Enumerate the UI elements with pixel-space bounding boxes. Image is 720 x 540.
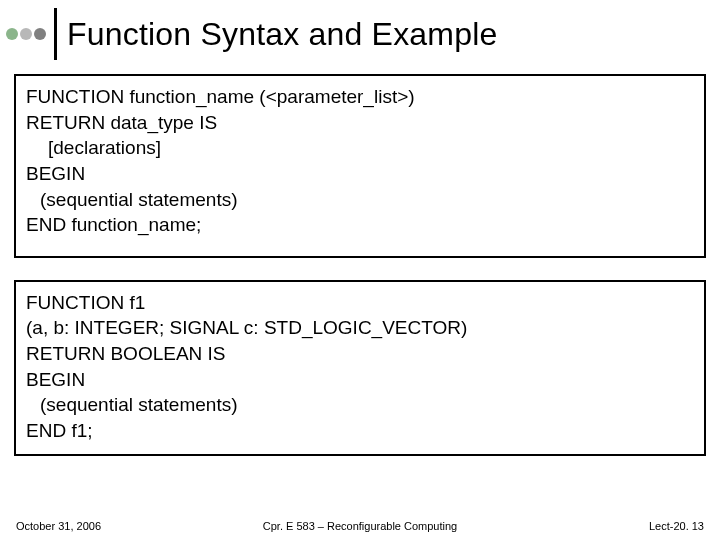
- code-line: FUNCTION f1: [26, 290, 694, 316]
- dot-icon: [20, 28, 32, 40]
- code-line: END function_name;: [26, 212, 694, 238]
- title-divider: [54, 8, 57, 60]
- code-line: END f1;: [26, 418, 694, 444]
- decorative-dots: [0, 28, 46, 40]
- footer: October 31, 2006 Cpr. E 583 – Reconfigur…: [0, 520, 720, 532]
- example-box: FUNCTION f1 (a, b: INTEGER; SIGNAL c: ST…: [14, 280, 706, 456]
- dot-icon: [34, 28, 46, 40]
- code-line: BEGIN: [26, 367, 694, 393]
- page-title: Function Syntax and Example: [67, 16, 498, 53]
- footer-date: October 31, 2006: [16, 520, 101, 532]
- code-line: BEGIN: [26, 161, 694, 187]
- code-line: (a, b: INTEGER; SIGNAL c: STD_LOGIC_VECT…: [26, 315, 694, 341]
- syntax-box: FUNCTION function_name (<parameter_list>…: [14, 74, 706, 258]
- code-line: FUNCTION function_name (<parameter_list>…: [26, 84, 694, 110]
- code-line: (sequential statements): [26, 392, 694, 418]
- code-line: RETURN BOOLEAN IS: [26, 341, 694, 367]
- footer-course: Cpr. E 583 – Reconfigurable Computing: [263, 520, 457, 532]
- footer-page: Lect-20. 13: [649, 520, 704, 532]
- title-row: Function Syntax and Example: [0, 0, 720, 66]
- code-line: RETURN data_type IS: [26, 110, 694, 136]
- code-line: [declarations]: [26, 135, 694, 161]
- code-line: (sequential statements): [26, 187, 694, 213]
- dot-icon: [6, 28, 18, 40]
